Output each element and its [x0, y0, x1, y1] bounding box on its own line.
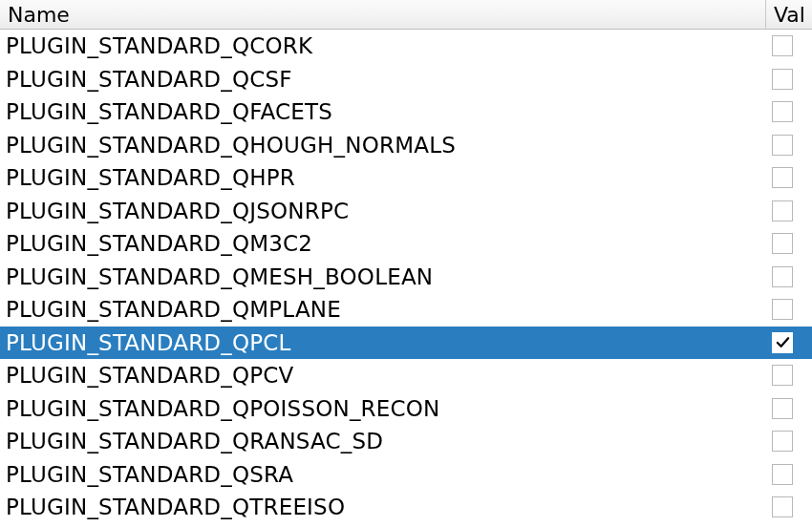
cell-val [766, 200, 812, 221]
value-checkbox[interactable] [772, 332, 793, 353]
cell-val [766, 365, 812, 386]
table-row[interactable]: PLUGIN_STANDARD_QCSF [0, 63, 812, 96]
value-checkbox[interactable] [772, 233, 793, 254]
cell-val [766, 464, 812, 485]
cell-name: PLUGIN_STANDARD_QSRA [0, 458, 766, 492]
value-checkbox[interactable] [772, 69, 793, 90]
value-checkbox[interactable] [772, 398, 793, 419]
value-checkbox[interactable] [772, 496, 793, 517]
column-header-name[interactable]: Name [0, 0, 766, 29]
cell-val [766, 332, 812, 353]
cell-name: PLUGIN_STANDARD_QJSONRPC [0, 195, 766, 228]
cell-name: PLUGIN_STANDARD_QHOUGH_NORMALS [0, 129, 766, 162]
cell-name: PLUGIN_STANDARD_QFACETS [0, 95, 766, 129]
value-checkbox[interactable] [772, 431, 793, 452]
cell-name: PLUGIN_STANDARD_QTREEISO [0, 491, 766, 524]
value-checkbox[interactable] [772, 101, 793, 122]
table-row[interactable]: PLUGIN_STANDARD_QFACETS [0, 95, 812, 129]
column-header-val[interactable]: Val [766, 0, 812, 29]
table-row[interactable]: PLUGIN_STANDARD_QRANSAC_SD [0, 425, 812, 458]
cell-name: PLUGIN_STANDARD_QMPLANE [0, 293, 766, 327]
table-row[interactable]: PLUGIN_STANDARD_QCORK [0, 30, 812, 63]
cell-val [766, 266, 812, 287]
table-row[interactable]: PLUGIN_STANDARD_QPCL [0, 327, 812, 360]
value-checkbox[interactable] [772, 266, 793, 287]
table-row[interactable]: PLUGIN_STANDARD_QMPLANE [0, 293, 812, 327]
cell-name: PLUGIN_STANDARD_QMESH_BOOLEAN [0, 261, 766, 294]
cell-val [766, 398, 812, 419]
value-checkbox[interactable] [772, 464, 793, 485]
cell-name: PLUGIN_STANDARD_QPOISSON_RECON [0, 392, 766, 426]
cell-name: PLUGIN_STANDARD_QRANSAC_SD [0, 425, 766, 458]
table-row[interactable]: PLUGIN_STANDARD_QHPR [0, 161, 812, 195]
table-row[interactable]: PLUGIN_STANDARD_QSRA [0, 458, 812, 492]
config-table: Name Val PLUGIN_STANDARD_QCORKPLUGIN_STA… [0, 0, 812, 527]
table-row[interactable]: PLUGIN_STANDARD_QJSONRPC [0, 195, 812, 228]
table-row[interactable]: PLUGIN_STANDARD_QPCV [0, 359, 812, 392]
table-row[interactable]: PLUGIN_STANDARD_QHOUGH_NORMALS [0, 129, 812, 162]
cell-val [766, 135, 812, 156]
value-checkbox[interactable] [772, 365, 793, 386]
cell-val [766, 35, 812, 56]
table-row[interactable]: PLUGIN_STANDARD_QM3C2 [0, 227, 812, 261]
cell-val [766, 167, 812, 188]
cell-val [766, 299, 812, 320]
table-body: PLUGIN_STANDARD_QCORKPLUGIN_STANDARD_QCS… [0, 30, 812, 527]
cell-val [766, 431, 812, 452]
cell-val [766, 233, 812, 254]
cell-val [766, 69, 812, 90]
cell-val [766, 101, 812, 122]
cell-name: PLUGIN_STANDARD_QCORK [0, 30, 766, 63]
table-row[interactable]: PLUGIN_STANDARD_QPOISSON_RECON [0, 392, 812, 426]
cell-name: PLUGIN_STANDARD_QCSF [0, 63, 766, 96]
cell-name: PLUGIN_STANDARD_QM3C2 [0, 227, 766, 261]
cell-name: PLUGIN_STANDARD_QHPR [0, 161, 766, 195]
cell-val [766, 496, 812, 517]
table-row[interactable]: PLUGIN_STANDARD_QMESH_BOOLEAN [0, 261, 812, 294]
table-header-row: Name Val [0, 0, 812, 30]
cell-name: PLUGIN_STANDARD_QPCV [0, 359, 766, 392]
value-checkbox[interactable] [772, 35, 793, 56]
table-row[interactable]: PLUGIN_STANDARD_QTREEISO [0, 491, 812, 524]
value-checkbox[interactable] [772, 200, 793, 221]
value-checkbox[interactable] [772, 167, 793, 188]
cell-name: PLUGIN_STANDARD_QPCL [0, 327, 766, 360]
value-checkbox[interactable] [772, 299, 793, 320]
value-checkbox[interactable] [772, 135, 793, 156]
